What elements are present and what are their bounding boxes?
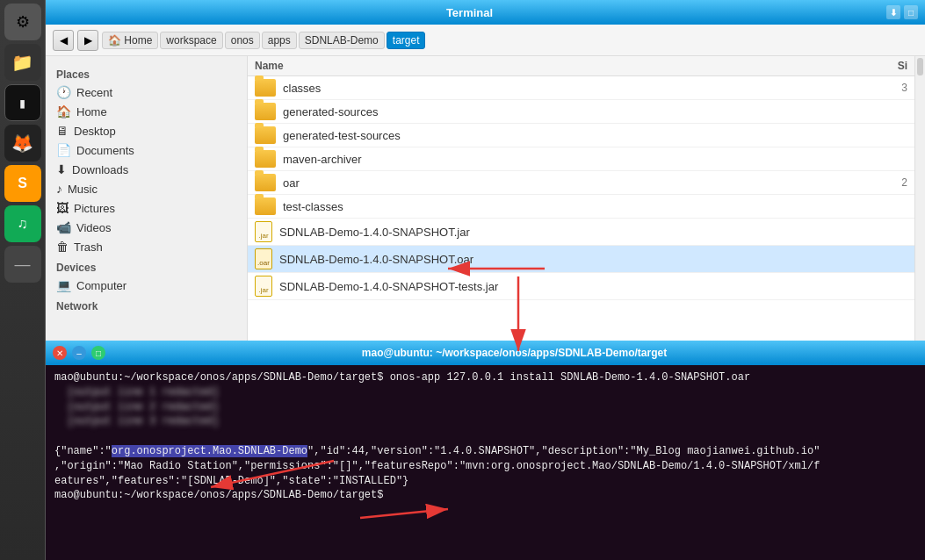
window-title: Terminal xyxy=(53,6,886,19)
file-name: oar xyxy=(283,176,848,190)
dock-sublime[interactable]: S xyxy=(4,165,41,202)
fm-body: Places 🕐 Recent 🏠 Home 🖥 Desktop 📄 xyxy=(46,56,925,341)
dock-firefox[interactable]: 🦊 xyxy=(4,125,41,162)
file-row-maven-archiver[interactable]: maven-archiver xyxy=(248,147,914,171)
recent-icon: 🕐 xyxy=(56,85,71,99)
sidebar-home-label: Home xyxy=(76,105,107,118)
file-list: Name Si classes 3 generated-sources xyxy=(248,56,914,341)
highlight-name: org.onosproject.Mao.SDNLAB-Demo xyxy=(112,445,307,457)
breadcrumb-target[interactable]: target xyxy=(387,32,426,49)
state-value: INSTALLED xyxy=(339,475,396,487)
file-name: generated-sources xyxy=(283,105,848,118)
sidebar-downloads[interactable]: ⬇ Downloads xyxy=(46,160,247,179)
terminal-body[interactable]: mao@ubuntu:~/workspace/onos/apps/SDNLAB-… xyxy=(46,365,925,560)
terminal-output-2: [output line 2 redacted] xyxy=(54,400,916,415)
file-size: 3 xyxy=(855,82,907,94)
sidebar-computer[interactable]: 💻 Computer xyxy=(46,276,247,295)
file-row-generated-test-sources[interactable]: generated-test-sources xyxy=(248,124,914,147)
terminal-minimize[interactable]: – xyxy=(72,346,86,360)
folder-icon xyxy=(255,103,276,120)
folder-icon xyxy=(255,197,276,215)
home-icon: 🏠 xyxy=(56,104,71,118)
back-button[interactable]: ◀ xyxy=(53,30,74,51)
devices-label: Devices xyxy=(46,256,247,276)
dock: ⚙ 📁 ▮ 🦊 S ♫ — xyxy=(0,0,46,560)
folder-icon xyxy=(255,174,276,191)
terminal-prompt-end: mao@ubuntu:~/workspace/onos/apps/SDNLAB-… xyxy=(54,488,916,503)
sidebar-documents[interactable]: 📄 Documents xyxy=(46,140,247,160)
folder-icon xyxy=(255,150,276,168)
file-row-generated-sources[interactable]: generated-sources xyxy=(248,100,914,124)
sidebar: Places 🕐 Recent 🏠 Home 🖥 Desktop 📄 xyxy=(46,56,248,341)
desktop-icon: 🖥 xyxy=(56,124,69,138)
sidebar-downloads-label: Downloads xyxy=(72,163,128,176)
terminal-maximize[interactable]: □ xyxy=(91,346,105,360)
terminal-close[interactable]: ✕ xyxy=(53,346,67,360)
dock-settings[interactable]: ⚙ xyxy=(4,4,41,40)
dock-misc[interactable]: — xyxy=(4,246,41,283)
maximize-button[interactable]: □ xyxy=(904,5,918,19)
breadcrumb-apps[interactable]: apps xyxy=(262,32,297,49)
breadcrumb-sdnlab-demo[interactable]: SDNLAB-Demo xyxy=(299,32,385,49)
file-name: SDNLAB-Demo-1.4.0-SNAPSHOT.oar xyxy=(279,253,848,266)
breadcrumb-onos[interactable]: onos xyxy=(225,32,260,49)
file-row-test-classes[interactable]: test-classes xyxy=(248,195,914,219)
sidebar-pictures-label: Pictures xyxy=(74,202,115,215)
terminal-cursor-line xyxy=(54,429,916,444)
col-size-header: Si xyxy=(855,60,907,72)
file-name: classes xyxy=(283,82,848,95)
places-label: Places xyxy=(46,63,247,83)
jar-file-icon: .jar xyxy=(255,221,272,242)
file-size: 2 xyxy=(855,176,907,189)
file-name: test-classes xyxy=(283,200,848,213)
oar-file-icon: .oar xyxy=(255,248,272,269)
file-name: maven-archiver xyxy=(283,153,848,166)
forward-button[interactable]: ▶ xyxy=(77,30,98,51)
terminal-output-1: [output line 1 redacted] xyxy=(54,385,916,400)
file-name: generated-test-sources xyxy=(283,129,848,142)
sidebar-desktop[interactable]: 🖥 Desktop xyxy=(46,121,247,140)
music-icon: ♪ xyxy=(56,182,62,196)
col-name-header: Name xyxy=(255,60,855,72)
file-manager: ◀ ▶ 🏠 Home workspace onos apps SDNLAB-De… xyxy=(46,25,925,341)
sidebar-music[interactable]: ♪ Music xyxy=(46,179,247,198)
folder-icon xyxy=(255,126,276,144)
sidebar-videos[interactable]: 📹 Videos xyxy=(46,218,247,237)
minimize-button[interactable]: ⬇ xyxy=(886,5,900,19)
computer-icon: 💻 xyxy=(56,278,71,292)
sidebar-videos-label: Videos xyxy=(76,221,112,234)
sidebar-home[interactable]: 🏠 Home xyxy=(46,102,247,121)
file-row-snapshot-jar[interactable]: .jar SDNLAB-Demo-1.4.0-SNAPSHOT.jar xyxy=(248,219,914,246)
file-row-classes[interactable]: classes 3 xyxy=(248,76,914,100)
sidebar-recent[interactable]: 🕐 Recent xyxy=(46,83,247,102)
dock-terminal[interactable]: ▮ xyxy=(4,84,41,121)
file-row-oar[interactable]: oar 2 xyxy=(248,171,914,195)
dock-files[interactable]: 📁 xyxy=(4,44,41,81)
sidebar-documents-label: Documents xyxy=(76,144,134,157)
scrollbar[interactable] xyxy=(914,56,925,341)
terminal-title: mao@ubuntu: ~/workspace/onos/apps/SDNLAB… xyxy=(111,347,918,359)
downloads-icon: ⬇ xyxy=(56,162,67,176)
dock-music[interactable]: ♫ xyxy=(4,205,41,242)
trash-icon: 🗑 xyxy=(56,240,69,254)
sidebar-pictures[interactable]: 🖼 Pictures xyxy=(46,198,247,218)
sidebar-trash[interactable]: 🗑 Trash xyxy=(46,237,247,256)
sidebar-music-label: Music xyxy=(68,183,98,196)
terminal-output-3: [output line 3 redacted] xyxy=(54,414,916,429)
file-row-snapshot-tests-jar[interactable]: .jar SDNLAB-Demo-1.4.0-SNAPSHOT-tests.ja… xyxy=(248,273,914,300)
window-controls: ⬇ □ xyxy=(886,5,918,19)
sidebar-recent-label: Recent xyxy=(76,86,112,99)
jar-file-icon: .jar xyxy=(255,276,272,297)
terminal-title-bar: ✕ – □ mao@ubuntu: ~/workspace/onos/apps/… xyxy=(46,341,925,365)
breadcrumb-home[interactable]: 🏠 Home xyxy=(102,32,158,49)
sidebar-trash-label: Trash xyxy=(74,241,103,254)
terminal-json-output: {"name":"org.onosproject.Mao.SDNLAB-Demo… xyxy=(54,444,916,488)
documents-icon: 📄 xyxy=(56,143,71,157)
breadcrumb-workspace[interactable]: workspace xyxy=(160,32,222,49)
nav-bar: ◀ ▶ 🏠 Home workspace onos apps SDNLAB-De… xyxy=(46,25,925,56)
terminal-command: mao@ubuntu:~/workspace/onos/apps/SDNLAB-… xyxy=(54,370,916,385)
file-row-snapshot-oar[interactable]: .oar SDNLAB-Demo-1.4.0-SNAPSHOT.oar xyxy=(248,246,914,273)
content-area: Terminal ⬇ □ ◀ ▶ 🏠 Home workspace onos a… xyxy=(46,0,925,560)
sidebar-desktop-label: Desktop xyxy=(74,125,116,138)
network-label: Network xyxy=(46,295,247,314)
